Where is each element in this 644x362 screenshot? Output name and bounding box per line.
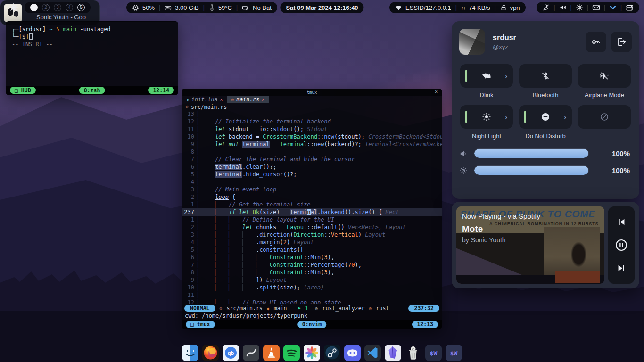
tab-main.rs[interactable]: ⚙main.rs× [227, 96, 269, 103]
tab-close-icon[interactable]: × [220, 97, 223, 102]
window-titlebar[interactable]: tmux x [182, 89, 442, 96]
slider-track[interactable] [474, 148, 589, 158]
thermometer-icon [209, 4, 215, 11]
tmux-statusbar-nvim: □ tmux 0:nvim 12:13 [182, 320, 442, 329]
dock-icon-mpv[interactable] [243, 345, 259, 361]
dock-icon-steam[interactable] [324, 345, 340, 361]
tmux-session-pill[interactable]: □ tmux [186, 321, 215, 328]
pause-button[interactable] [614, 238, 628, 252]
network-status: ESSID/127.0.0.1 | ↑↓ 74 KB/s | vpn [389, 2, 526, 13]
code-line[interactable]: 2│ ▏ ▏ let chunks = Layout::default() Ve… [182, 223, 442, 231]
lock-keys-button[interactable] [586, 32, 606, 52]
dock-icon-spotify[interactable] [283, 345, 300, 361]
logout-button[interactable] [611, 32, 632, 52]
code-line[interactable]: 6│ ▏ ▏ ▏ ▏ Constraint::Min(3), [182, 254, 442, 261]
toggle-label: Bluetooth [533, 91, 559, 99]
toggle-airplane-mode[interactable] [578, 64, 631, 88]
code-line[interactable]: 8│ [182, 148, 442, 156]
tmux-window-pill[interactable]: 0:zsh [79, 87, 105, 94]
nvim-statusline: NORMAL ⚙ src/main.rs ◆ main ⚑ 1 ⚙ rust_a… [182, 304, 442, 312]
code-area[interactable]: 13│12│ // Initialize the terminal backen… [182, 110, 442, 304]
avatar [459, 29, 485, 55]
next-track-button[interactable] [616, 263, 627, 273]
dock-icon-file-manager[interactable] [182, 345, 198, 361]
toggle-label: Do Not Disturb [525, 132, 565, 140]
toggle-dlink[interactable]: › [460, 64, 513, 88]
code-line[interactable]: 12│ ▏ ▏ // Draw UI based on app state [182, 299, 442, 304]
previous-icon [616, 217, 627, 227]
code-line[interactable]: 11│ [182, 291, 442, 299]
code-line[interactable]: 10│ let backend = CrosstermBackend::new(… [182, 133, 442, 140]
dock-icon-discord[interactable] [344, 345, 361, 361]
dock-icon-vscode[interactable] [364, 345, 381, 361]
dock-icon-photos[interactable] [304, 345, 320, 361]
code-line[interactable]: 11│ let stdout = io::stdout(); Stdout [182, 125, 442, 133]
code-line[interactable]: 9│ ▏ ▏ ▏ ]) Layout [182, 276, 442, 284]
chevron-down-icon[interactable] [609, 4, 617, 11]
vpn-label: vpn [510, 4, 520, 11]
code-line[interactable]: 1│ ▏ // Get the terminal size [182, 201, 442, 208]
code-line[interactable]: 5│ ▏ ▏ ▏ .constraints([ [182, 246, 442, 254]
code-line[interactable]: 8│ ▏ ▏ ▏ ▏ Constraint::Min(3), [182, 269, 442, 276]
mail-icon[interactable] [592, 4, 600, 11]
dock-icon-firefox[interactable] [202, 345, 219, 361]
clock[interactable]: Sat 09 Mar 2024 12:16:40 [280, 2, 363, 13]
code-line[interactable]: 4│ ▏ ▏ ▏ .margin(2) Layout [182, 239, 442, 246]
volume-icon[interactable] [559, 4, 567, 11]
workspace-indicator-2[interactable]: 2 [42, 4, 50, 11]
brightness-icon [459, 166, 468, 175]
chevron-right-icon[interactable]: › [505, 73, 507, 80]
code-line[interactable]: 13│ [182, 110, 442, 118]
code-line[interactable]: 4│ [182, 178, 442, 186]
toggle-extra-5[interactable] [578, 105, 631, 129]
tmux-window-pill[interactable]: 0:nvim [297, 321, 327, 328]
dock-icon-sw-app-1[interactable]: $W [425, 345, 442, 361]
bluetooth-off-icon [541, 71, 550, 81]
tab-init.lua[interactable]: ◗init.lua× [182, 96, 227, 103]
active-indicator [465, 70, 467, 82]
toggle-do-not-disturb[interactable]: › [519, 105, 572, 129]
dock-icon-qbittorrent[interactable]: qb [223, 345, 239, 361]
flag-icon: ⚑ [297, 306, 300, 311]
workspace-indicator-4[interactable]: 4 [66, 4, 73, 11]
code-line[interactable]: 1│ ▏ ▏ // Define layout for the UI [182, 216, 442, 223]
code-line[interactable]: 7│ ▏ ▏ ▏ ▏ Constraint::Percentage(70), [182, 261, 442, 269]
dock-icon-trash[interactable] [405, 345, 421, 361]
code-line[interactable]: 9│ let mut terminal = Terminal::new(back… [182, 140, 442, 148]
git-branch: main [274, 305, 287, 312]
distro-logo-snowflake-icon[interactable] [8, 2, 19, 15]
toggle-bluetooth[interactable] [519, 64, 572, 88]
chevron-right-icon[interactable]: › [505, 114, 507, 121]
next-icon [616, 263, 627, 273]
workspace-indicator-5[interactable]: 5 [77, 4, 85, 11]
tmux-session-pill[interactable]: □ HUD [10, 87, 36, 94]
code-line-current[interactable]: 237│ ▏ if let Ok(size) = terminal.backen… [182, 208, 442, 216]
code-line[interactable]: 3│ ▏ ▏ ▏ .direction(Direction::Vertical)… [182, 231, 442, 239]
dock-icon-sw-app-2[interactable]: $W [446, 345, 462, 361]
code-line[interactable]: 6│ terminal.clear()?; [182, 163, 442, 171]
toggle-night-light[interactable]: › [460, 105, 513, 129]
blocked-circle-icon [600, 112, 609, 122]
slider-track[interactable] [474, 165, 589, 175]
sun-icon [482, 112, 491, 122]
tray-layout-icon[interactable] [626, 4, 634, 11]
chevron-right-icon[interactable]: › [564, 114, 566, 121]
dock-icon-obsidian[interactable] [385, 345, 401, 361]
cursor-position-pill: 237:32 [408, 305, 439, 312]
code-line[interactable]: 12│ // Initialize the terminal backend [182, 118, 442, 125]
mic-muted-icon[interactable] [542, 4, 550, 11]
previous-track-button[interactable] [616, 217, 627, 227]
code-line[interactable]: 3│ // Main event loop [182, 186, 442, 193]
svg-text:$W: $W [430, 350, 438, 357]
tab-close-icon[interactable]: × [262, 97, 264, 102]
workspace-indicator-1[interactable] [30, 4, 38, 11]
code-line[interactable]: 10│ ▏ ▏ ▏ .split(size); (area) [182, 284, 442, 291]
workspace-indicator-3[interactable]: 3 [54, 4, 61, 11]
code-line[interactable]: 5│ terminal.hide_cursor()?; [182, 171, 442, 178]
speaker-icon [459, 149, 468, 158]
settings-gear-icon[interactable] [576, 4, 583, 11]
code-line[interactable]: 2│ loop { [182, 193, 442, 201]
dock-icon-vlc[interactable] [263, 345, 280, 361]
close-icon[interactable]: x [435, 89, 438, 94]
code-line[interactable]: 7│ // Clear the terminal and hide the cu… [182, 156, 442, 163]
